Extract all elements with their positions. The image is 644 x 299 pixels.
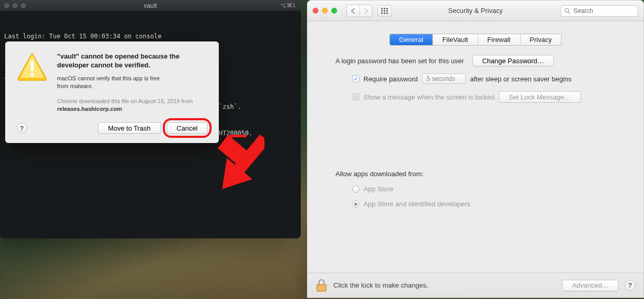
chevron-right-icon — [364, 8, 368, 13]
forward-button[interactable] — [359, 5, 372, 17]
alert-title-line2: developer cannot be verified. — [57, 61, 150, 69]
back-button[interactable] — [347, 5, 359, 17]
terminal-shortcut: ⌥⌘1 — [280, 2, 296, 9]
prefs-tabs: General FileVault Firewall Privacy — [389, 34, 562, 46]
alert-title-line1: "vault" cannot be opened because the — [57, 52, 179, 60]
require-password-pre: Require password — [363, 75, 418, 83]
search-field[interactable] — [561, 5, 638, 17]
tab-firewall[interactable]: Firewall — [478, 34, 520, 45]
svg-rect-17 — [381, 10, 383, 11]
gatekeeper-alert: "vault" cannot be opened because the dev… — [5, 41, 219, 143]
svg-rect-20 — [381, 12, 383, 14]
svg-rect-19 — [386, 10, 388, 11]
radio-app-store-dev — [352, 201, 359, 208]
search-input[interactable] — [572, 7, 635, 15]
change-password-button[interactable]: Change Password… — [472, 55, 554, 66]
terminal-title: vault — [0, 2, 301, 9]
grid-icon — [381, 8, 388, 14]
svg-point-1 — [31, 73, 34, 76]
svg-rect-26 — [317, 285, 326, 291]
lock-icon[interactable] — [316, 279, 327, 292]
allow-apps-label: Allow apps downloaded from: — [335, 170, 628, 178]
svg-line-24 — [568, 12, 570, 13]
alert-origin-prefix: Chrome downloaded this file on August 15… — [57, 98, 193, 104]
show-message-checkbox: ✓ — [352, 93, 359, 101]
move-to-trash-button[interactable]: Move to Trash — [98, 122, 160, 134]
prefs-footer: Click the lock to make changes. Advanced… — [307, 273, 643, 297]
system-preferences-window: Security & Privacy General FileVault Fir… — [307, 0, 644, 298]
help-button[interactable]: ? — [17, 123, 27, 133]
radio-app-store — [352, 186, 359, 193]
svg-rect-14 — [381, 8, 383, 9]
nav-back-forward — [346, 5, 372, 17]
help-button[interactable]: ? — [625, 280, 635, 291]
require-password-delay-select[interactable]: 5 seconds ▴▾ — [422, 74, 466, 84]
cancel-button[interactable]: Cancel — [167, 122, 207, 134]
svg-rect-0 — [31, 61, 34, 72]
terminal-line: Last login: Tue Oct 15 00:03:34 on conso… — [4, 32, 297, 41]
tab-filevault[interactable]: FileVault — [432, 34, 478, 45]
alert-msg-line2: from malware. — [57, 83, 93, 89]
svg-rect-21 — [384, 12, 385, 14]
chevron-left-icon — [351, 8, 355, 13]
warning-icon — [17, 52, 48, 81]
require-password-post: after sleep or screen saver begins — [470, 75, 571, 83]
svg-rect-15 — [384, 8, 385, 9]
radio-app-store-label: App Store — [363, 185, 394, 193]
svg-rect-22 — [386, 12, 388, 14]
tab-general[interactable]: General — [390, 34, 432, 45]
alert-msg-line1: macOS cannot verify that this app is fre… — [57, 75, 160, 81]
prefs-content: A login password has been set for this u… — [307, 55, 643, 273]
show-all-button[interactable] — [377, 5, 392, 17]
svg-rect-16 — [386, 8, 388, 9]
radio-app-store-dev-label: App Store and identified developers — [363, 200, 470, 208]
login-password-label: A login password has been set for this u… — [335, 57, 464, 65]
terminal-titlebar[interactable]: vault ⌥⌘1 — [0, 0, 301, 11]
alert-origin-domain: releases.hashicorp.com — [57, 106, 122, 112]
require-password-delay-value: 5 seconds — [427, 75, 455, 82]
svg-point-23 — [565, 8, 568, 12]
close-icon[interactable] — [313, 8, 318, 13]
chevron-updown-icon: ▴▾ — [460, 75, 463, 82]
zoom-icon[interactable] — [331, 8, 337, 13]
svg-rect-18 — [384, 10, 385, 11]
tab-privacy[interactable]: Privacy — [520, 34, 562, 45]
prefs-toolbar: Security & Privacy — [307, 1, 643, 21]
set-lock-message-button: Set Lock Message… — [499, 91, 581, 103]
advanced-button: Advanced… — [562, 280, 619, 291]
minimize-icon[interactable] — [322, 8, 328, 13]
search-icon — [564, 8, 570, 14]
require-password-checkbox[interactable]: ✓ — [352, 75, 359, 82]
lock-text: Click the lock to make changes. — [333, 281, 428, 289]
show-message-label: Show a message when the screen is locked — [363, 93, 495, 101]
